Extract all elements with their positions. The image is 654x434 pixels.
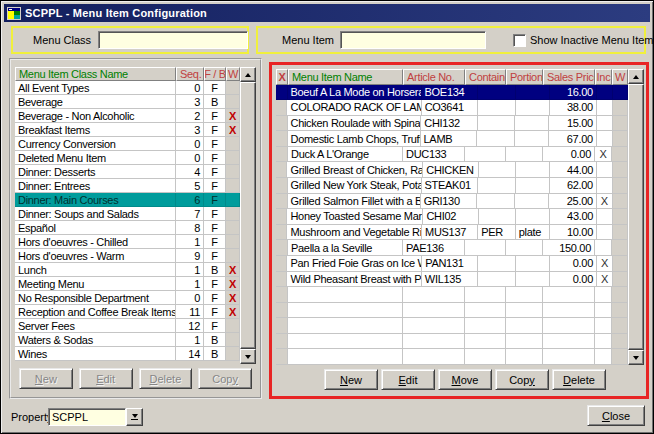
col-header-seq[interactable]: Seq. [176, 67, 204, 81]
item-table-row[interactable] [276, 349, 628, 365]
class-table-row[interactable]: Beverage 3 B [15, 95, 240, 109]
scrollbar-thumb[interactable] [628, 84, 644, 350]
class-table-row[interactable]: Hors d'oeuvres - Chilled 1 F [15, 235, 240, 249]
class-name-cell: Beverage - Non Alcoholic [15, 109, 176, 123]
scroll-up-button[interactable] [240, 67, 256, 82]
class-table-row[interactable]: Dinner: Soups and Salads 7 F [15, 207, 240, 221]
class-table-row[interactable]: Deleted Menu Item 0 F [15, 151, 240, 165]
item-table-scrollbar[interactable] [628, 69, 644, 365]
item-new-button[interactable]: New [324, 369, 378, 390]
class-table-row[interactable]: Hors d'oeuvres - Warm 9 F [15, 249, 240, 263]
article-cell: PAE136 [403, 240, 465, 256]
item-table-row[interactable]: Boeuf A La Mode on Horseradi BOE134 16.0… [276, 85, 628, 101]
item-table-row[interactable]: Grilled Salmon Fillet with a Blo GRI130 … [276, 194, 628, 210]
item-w-cell [613, 131, 628, 147]
property-combo-dropdown-button[interactable] [126, 408, 143, 426]
class-table-row[interactable]: Lunch 1 B X [15, 263, 240, 277]
w-cell: X [226, 277, 240, 291]
item-table-row[interactable]: Chicken Roulade with Spinach CHI132 15.0… [276, 116, 628, 132]
item-table-row[interactable]: Paella a la Seville PAE136 150.00 [276, 240, 628, 256]
scroll-up-button[interactable] [628, 69, 644, 84]
portion-cell [506, 147, 543, 163]
class-table-row[interactable]: Currency Conversion 0 F [15, 137, 240, 151]
w-cell [226, 235, 240, 249]
item-w-cell [612, 240, 628, 256]
col-header-portion[interactable]: Portion [506, 69, 543, 85]
class-table-row[interactable]: Breakfast Items 3 F X [15, 123, 240, 137]
item-delete-button[interactable]: Delete [552, 369, 606, 390]
col-header-class-w[interactable]: W [226, 67, 240, 81]
item-table-row[interactable]: Duck A L'Orange DUC133 0.00 X [276, 147, 628, 163]
item-w-cell [613, 209, 628, 225]
menu-class-input[interactable] [98, 31, 248, 49]
item-table-row[interactable] [276, 303, 628, 319]
w-cell: X [226, 109, 240, 123]
x-cell [276, 318, 288, 334]
item-table-row[interactable]: Wild Pheasant Breast with Prui WIL135 0.… [276, 272, 628, 288]
class-table-row[interactable]: Dinner: Main Courses 6 F [15, 193, 240, 207]
class-table-row[interactable]: Dinner: Desserts 4 F [15, 165, 240, 179]
x-cell [276, 349, 288, 365]
class-table-row[interactable]: Server Fees 12 F [15, 319, 240, 333]
class-edit-button[interactable]: Edit [79, 368, 133, 389]
col-header-class-name[interactable]: Menu Item Class Name [15, 67, 176, 81]
item-table-row[interactable]: Grilled Breast of Chicken, Rago CHICKEN … [276, 162, 628, 178]
class-table-row[interactable]: Wines 14 B [15, 347, 240, 361]
item-move-button[interactable]: Move [438, 369, 492, 390]
item-table-row[interactable]: Pan Fried Foie Gras on Ice Wir PAN131 0.… [276, 256, 628, 272]
item-w-cell [612, 147, 628, 163]
seq-cell: 9 [176, 249, 204, 263]
item-table-row[interactable]: Domestic Lamb Chops, Truffle LAMB 67.00 [276, 131, 628, 147]
property-combo-input[interactable] [48, 408, 126, 426]
item-panel: X Menu Item Name Article No. Container P… [269, 62, 649, 399]
show-inactive-checkbox[interactable] [513, 34, 526, 47]
col-header-inc[interactable]: Inc [595, 69, 612, 85]
col-header-item-name[interactable]: Menu Item Name [288, 69, 403, 85]
class-new-button[interactable]: New [19, 368, 73, 389]
class-delete-button[interactable]: Delete [139, 368, 193, 389]
class-table-row[interactable]: All Event Types 0 F [15, 81, 240, 95]
title-bar[interactable]: SCPPL - Menu Item Configuration [4, 4, 650, 22]
item-table-row[interactable]: COLORADO RACK OF LAMB CO3641 38.00 [276, 100, 628, 116]
w-cell [226, 249, 240, 263]
article-cell: LAMB [421, 131, 478, 147]
inc-cell [597, 131, 613, 147]
class-name-cell: Dinner: Desserts [15, 165, 176, 179]
w-cell: X [226, 123, 240, 137]
class-panel: Menu Item Class Name Seq. F / B W All Ev… [9, 58, 262, 399]
col-header-x[interactable]: X [276, 69, 288, 85]
item-table-row[interactable] [276, 287, 628, 303]
col-header-fb[interactable]: F / B [204, 67, 226, 81]
item-name-cell: Chicken Roulade with Spinach [288, 116, 422, 132]
class-table-row[interactable]: No Responsible Department 0 F X [15, 291, 240, 305]
class-table-row[interactable]: Meeting Menu 1 F X [15, 277, 240, 291]
class-table-row[interactable]: Español 8 F [15, 221, 240, 235]
item-copy-button[interactable]: Copy [495, 369, 549, 390]
item-table-row[interactable] [276, 318, 628, 334]
col-header-container[interactable]: Container [465, 69, 506, 85]
class-copy-button[interactable]: Copy [198, 368, 252, 389]
app-window: SCPPL - Menu Item Configuration Menu Cla… [0, 0, 654, 434]
class-name-cell: Waters & Sodas [15, 333, 176, 347]
item-table-row[interactable]: Grilled New York Steak, Potato STEAK01 6… [276, 178, 628, 194]
class-table-row[interactable]: Beverage - Non Alcoholic 2 F X [15, 109, 240, 123]
item-table-row[interactable] [276, 334, 628, 350]
scrollbar-thumb[interactable] [240, 82, 256, 349]
close-button[interactable]: Close [587, 405, 645, 426]
menu-item-input[interactable] [340, 31, 486, 49]
class-table-row[interactable]: Waters & Sodas 1 B [15, 333, 240, 347]
item-table-row[interactable]: Honey Toasted Sesame Marina CHI02 43.00 [276, 209, 628, 225]
col-header-article[interactable]: Article No. [403, 69, 465, 85]
class-table-row[interactable]: Reception and Coffee Break Items 11 F X [15, 305, 240, 319]
scroll-down-button[interactable] [240, 349, 256, 364]
col-header-price[interactable]: Sales Price [543, 69, 595, 85]
col-header-item-w[interactable]: W [612, 69, 628, 85]
item-edit-button[interactable]: Edit [381, 369, 435, 390]
class-table-row[interactable]: Dinner: Entrees 5 F [15, 179, 240, 193]
item-table-row[interactable]: Mushroom and Vegetable Riso MUS137 PER p… [276, 225, 628, 241]
w-cell: X [226, 263, 240, 277]
portion-cell [506, 349, 543, 365]
class-table-scrollbar[interactable] [240, 67, 256, 364]
inc-cell [597, 209, 613, 225]
scroll-down-button[interactable] [628, 350, 644, 365]
